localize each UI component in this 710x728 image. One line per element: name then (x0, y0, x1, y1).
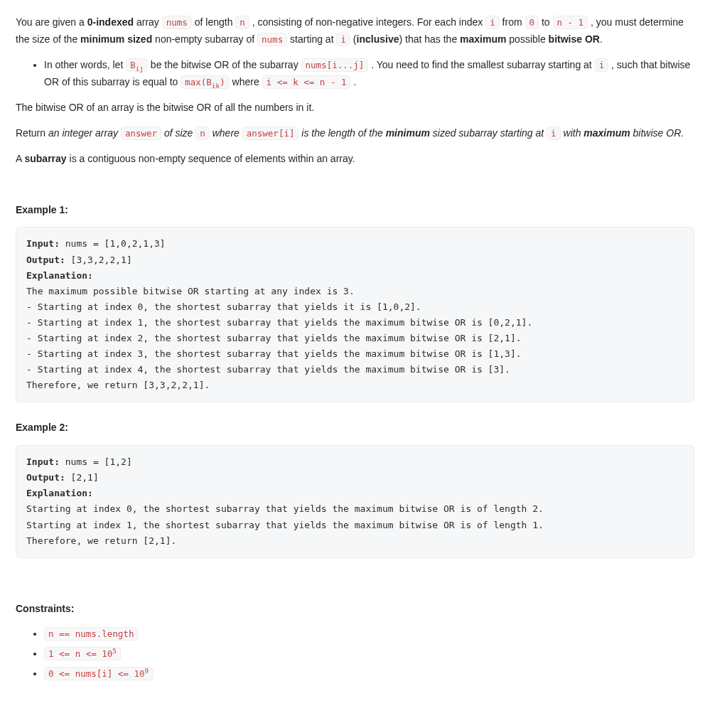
heading-text: Example 2: (16, 422, 68, 433)
label: Explanation: (26, 270, 93, 281)
text: be the bitwise OR of the subarray (148, 59, 301, 70)
heading-text: Constraints: (16, 603, 74, 614)
constraint-item: 0 <= nums[i] <= 109 (44, 665, 694, 682)
paragraph-bitwise-or-def: The bitwise OR of an array is the bitwis… (16, 100, 694, 117)
text: ( (350, 33, 357, 45)
definition-list: In other words, let Bij be the bitwise O… (16, 57, 694, 92)
code: nums (162, 16, 192, 29)
heading-text: Example 1: (16, 204, 68, 215)
code: n - 1 (553, 16, 588, 29)
label: Input: (26, 238, 60, 249)
subscript: ik (212, 82, 220, 90)
example-2-heading: Example 2: (16, 419, 694, 437)
italic: bitwise OR. (630, 127, 684, 139)
label: Input: (26, 456, 60, 467)
example-1-code: Input: nums = [1,0,2,1,3] Output: [3,3,2… (16, 227, 694, 402)
example-2-code: Input: nums = [1,2] Output: [2,1] Explan… (16, 445, 694, 558)
text: is a contiguous non-empty sequence of el… (67, 153, 355, 164)
code: 0 (525, 16, 539, 29)
code-text: 0 <= nums[i] <= 10 (48, 668, 144, 679)
subscript: ij (136, 64, 144, 72)
text: of length (192, 16, 236, 28)
definition-item: In other words, let Bij be the bitwise O… (44, 57, 694, 92)
code: i (595, 58, 609, 72)
label: Output: (26, 472, 65, 483)
italic: is the length of the (298, 127, 385, 139)
code-text: ) (220, 77, 225, 87)
code: nums[i...j] (301, 58, 369, 72)
code: 0 <= nums[i] <= 109 (44, 667, 153, 680)
constraints-heading: Constraints: (16, 601, 694, 618)
code: i <= k <= n - 1 (262, 75, 351, 89)
text: Return (16, 127, 48, 139)
constraint-item: n == nums.length (44, 626, 694, 643)
superscript: 9 (144, 667, 149, 675)
text: In other words, let (44, 59, 126, 70)
label: Explanation: (26, 488, 93, 498)
bold: minimum sized (80, 33, 152, 45)
code-text: 1 <= n <= 10 (48, 648, 112, 659)
italic: of size (161, 127, 195, 139)
code: i (547, 127, 561, 140)
text: non-empty subarray of (152, 33, 257, 45)
italic: sized subarray starting at (430, 127, 547, 139)
paragraph-subarray-def: A subarray is a contiguous non-empty seq… (16, 151, 694, 168)
intro-paragraph: You are given a 0-indexed array nums of … (16, 14, 694, 48)
code-text: max(B (185, 77, 212, 87)
text: starting at (287, 33, 336, 45)
example-1-heading: Example 1: (16, 202, 694, 219)
text: . (350, 76, 356, 87)
code-text: B (130, 60, 136, 70)
text: to (539, 16, 552, 28)
code: 1 <= n <= 105 (44, 647, 121, 660)
code: i (485, 16, 500, 29)
code: i (336, 33, 350, 46)
text: , consisting of non-negative integers. F… (249, 16, 485, 28)
code: n (235, 16, 249, 29)
bold: subarray (24, 153, 66, 164)
text: from (500, 16, 525, 28)
italic: with (561, 127, 584, 139)
code: answer[i] (242, 127, 299, 140)
text: . (600, 33, 603, 45)
code: nums (257, 33, 287, 46)
bold: maximum (460, 33, 506, 45)
text: array (134, 16, 162, 28)
italic: where (210, 127, 242, 139)
bold: 0-indexed (87, 16, 134, 28)
constraint-item: 1 <= n <= 105 (44, 646, 694, 663)
bold-italic: minimum (386, 127, 430, 139)
bold-italic: maximum (583, 127, 630, 139)
code: n (195, 127, 210, 140)
paragraph-return: Return an integer array answer of size n… (16, 125, 694, 142)
code: n == nums.length (44, 627, 138, 641)
bold: bitwise OR (549, 33, 600, 45)
constraints-list: n == nums.length 1 <= n <= 105 0 <= nums… (16, 626, 694, 682)
code: max(Bik) (181, 75, 229, 89)
text: ) that has the (399, 33, 460, 45)
superscript: 5 (112, 647, 117, 655)
code: answer (121, 127, 161, 140)
text: where (230, 76, 262, 87)
label: Output: (26, 255, 65, 265)
code: Bij (126, 58, 148, 72)
text: . You need to find the smallest subarray… (368, 59, 594, 70)
text: possible (506, 33, 548, 45)
bold: inclusive (357, 33, 399, 45)
text: A (16, 153, 24, 164)
italic: an integer array (48, 127, 121, 139)
text: You are given a (16, 16, 87, 28)
